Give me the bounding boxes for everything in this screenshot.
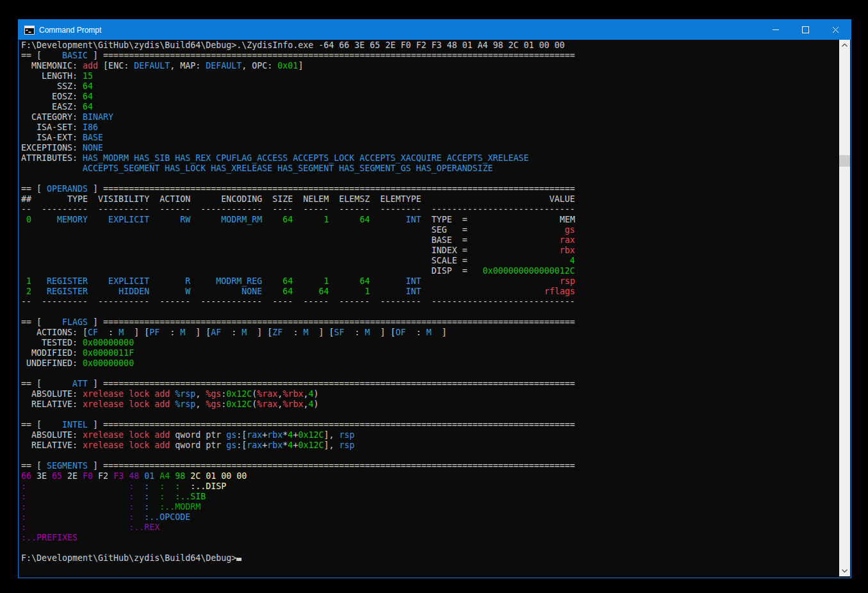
terminal-text-segment xyxy=(88,215,98,224)
maximize-button[interactable] xyxy=(790,20,821,40)
terminal-text-segment: : xyxy=(129,492,134,501)
terminal-text-segment: , xyxy=(195,389,206,399)
terminal-line: ABSOLUTE: xrelease lock add %rsp, %gs:0x… xyxy=(21,389,840,399)
terminal-text-segment: BINARY xyxy=(83,112,113,122)
terminal-text-segment xyxy=(149,287,160,296)
terminal-text-segment: ) xyxy=(313,389,318,399)
terminal-text-segment xyxy=(262,276,272,286)
terminal-line: INDEX = rbx xyxy=(21,246,840,256)
command-prompt-window: Command Prompt F:\Development\GitHub\zyd… xyxy=(18,19,851,578)
terminal-text-segment: : xyxy=(144,492,149,501)
terminal-line: F:\Development\GitHub\zydis\Build64\Debu… xyxy=(21,553,840,564)
terminal-text-segment: : xyxy=(160,492,165,501)
terminal-text-segment: : xyxy=(21,502,26,512)
minimize-button[interactable] xyxy=(760,20,790,40)
terminal-text-segment: SEG = xyxy=(431,225,467,235)
terminal-text-segment: [ENC: xyxy=(98,61,134,71)
terminal-text-segment: ---------------------------- xyxy=(431,297,575,306)
terminal-screen[interactable]: F:\Development\GitHub\zydis\Build64\Debu… xyxy=(19,40,840,576)
terminal-text-segment: : xyxy=(98,328,119,337)
terminal-text-segment: ABSOLUTE: xyxy=(21,430,83,440)
close-button[interactable] xyxy=(821,20,851,40)
terminal-line: SSZ: 64 xyxy=(21,81,840,92)
terminal-text-segment: M xyxy=(427,328,432,337)
terminal-text-segment: ISA-SET: xyxy=(21,122,83,132)
terminal-line: DISP = 0x000000000000012C xyxy=(21,266,840,276)
scrollbar-thumb[interactable] xyxy=(839,155,850,167)
terminal-line: ISA-SET: I86 xyxy=(21,122,840,133)
terminal-text-segment xyxy=(88,287,98,296)
terminal-text-segment: 2E xyxy=(62,471,83,481)
terminal-text-segment: 65 xyxy=(52,471,62,481)
terminal-text-segment: ] xyxy=(88,420,103,430)
terminal-text-segment: SSZ: xyxy=(21,81,83,91)
terminal-line: ## TYPE VISIBILITY ACTION ENCODING SIZE … xyxy=(21,194,840,205)
terminal-text-segment: FLAGS xyxy=(47,317,88,327)
terminal-text-segment: 0x00000000 xyxy=(83,338,134,347)
console-icon xyxy=(24,26,35,35)
terminal-text-segment: RW xyxy=(160,215,190,224)
terminal-text-segment: 0x00000000 xyxy=(83,358,134,368)
terminal-text-segment: DEFAULT xyxy=(134,61,170,71)
terminal-text-segment xyxy=(165,481,175,491)
terminal-line xyxy=(21,410,840,420)
terminal-text-segment: BASE xyxy=(83,133,103,142)
terminal-text-segment: %rbx xyxy=(283,389,303,399)
terminal-text-segment: : xyxy=(21,481,26,491)
caption-buttons xyxy=(760,20,851,40)
terminal-text-segment: MEMORY xyxy=(42,215,88,224)
terminal-text-segment: F0 xyxy=(83,471,93,481)
terminal-text-segment: ATT xyxy=(47,379,88,388)
terminal-text-segment: : xyxy=(221,328,242,337)
terminal-line: 2 REGISTER HIDDEN W NONE 64 64 1 INT rfl… xyxy=(21,287,840,297)
terminal-text-segment: :..REX xyxy=(129,522,160,532)
terminal-line xyxy=(21,543,840,553)
terminal-text-segment xyxy=(26,492,129,501)
terminal-line: F:\Development\GitHub\zydis\Build64\Debu… xyxy=(21,40,840,51)
terminal-line: MNEMONIC: add [ENC: DEFAULT, MAP: DEFAUL… xyxy=(21,61,840,71)
terminal-line: == [ SEGMENTS ] ========================… xyxy=(21,461,840,471)
terminal-text-segment xyxy=(329,287,339,296)
close-icon xyxy=(832,26,839,33)
terminal-text-segment xyxy=(180,481,190,491)
terminal-text-segment: :..DISP xyxy=(190,481,226,491)
terminal-text-segment xyxy=(293,215,303,224)
terminal-text-segment: F2 xyxy=(93,471,113,481)
terminal-text-segment: VALUE xyxy=(550,194,575,204)
minimize-icon xyxy=(773,29,779,30)
terminal-text-segment: DEFAULT xyxy=(206,61,242,71)
terminal-text-segment: ] [ xyxy=(124,328,149,337)
terminal-text-segment: xrelease lock add xyxy=(83,399,175,409)
terminal-text-segment: ## TYPE VISIBILITY ACTION ENCODING SIZE … xyxy=(21,194,421,204)
terminal-text-segment xyxy=(293,287,303,296)
terminal-text-segment xyxy=(370,215,380,224)
terminal-text-segment xyxy=(21,246,431,255)
terminal-text-segment: : xyxy=(160,481,165,491)
terminal-text-segment xyxy=(329,276,339,286)
terminal-text-segment: , xyxy=(195,399,206,409)
terminal-text-segment xyxy=(139,471,144,481)
title-bar[interactable]: Command Prompt xyxy=(19,20,851,40)
maximize-icon xyxy=(802,26,809,33)
scroll-up-button[interactable] xyxy=(839,40,850,51)
terminal-line: ACTIONS: [CF : M ] [PF : M ] [AF : M ] [… xyxy=(21,328,840,338)
terminal-text-segment: MODRM_REG xyxy=(201,276,262,286)
terminal-text-segment: NONE xyxy=(83,143,103,153)
terminal-text-segment xyxy=(21,235,431,245)
terminal-line: SEG = gs xyxy=(21,225,840,235)
terminal-text-segment: %rax xyxy=(257,389,277,399)
terminal-text-segment: rbx xyxy=(267,430,283,440)
scroll-down-button[interactable] xyxy=(839,565,850,576)
terminal-text-segment: 0x12C xyxy=(298,430,323,440)
terminal-text-segment xyxy=(165,492,175,501)
terminal-text-segment: EXPLICIT xyxy=(98,276,149,286)
terminal-text-segment: : xyxy=(129,512,134,522)
terminal-text-segment xyxy=(149,276,160,286)
terminal-text-segment: TYPE = xyxy=(422,215,468,224)
terminal-text-segment: == [ xyxy=(21,51,47,60)
terminal-line: : : :..OPCODE xyxy=(21,512,840,522)
terminal-text-segment: ] xyxy=(432,328,447,337)
terminal-text-segment: -- --------- ---------- ------ ---------… xyxy=(21,297,431,306)
vertical-scrollbar[interactable] xyxy=(839,40,850,576)
terminal-line: MODIFIED: 0x0000011F xyxy=(21,348,840,358)
